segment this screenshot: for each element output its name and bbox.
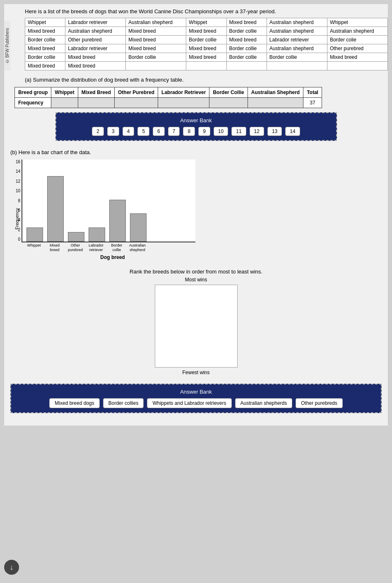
table-cell: Border colie — [327, 36, 387, 44]
table-cell: Australian shepherd — [267, 44, 327, 53]
y-ticks: 0246810121416 — [8, 160, 20, 242]
part-a-label: (a) Summarize the distribution of dog br… — [25, 77, 382, 83]
freq-header-cell: Whippet — [51, 87, 78, 98]
page: © BFW Publishers Here is a list of the b… — [4, 4, 388, 426]
answer-chip[interactable]: 7 — [168, 127, 180, 136]
intro-text: Here is a list of the breeds of dogs tha… — [25, 8, 382, 15]
x-axis-title: Dog breed — [22, 254, 204, 260]
table-cell: Mixed breed — [226, 36, 267, 44]
bar-labels-x: WhippetMixedbreedOtherpurebredLabradorre… — [22, 243, 150, 252]
table-cell: Border collie — [25, 53, 65, 62]
answer-bank-1-items: 234567891011121314 — [63, 127, 330, 136]
bar-x-label: Mixedbreed — [46, 243, 63, 252]
table-cell: Mixed breed — [226, 18, 267, 27]
bar — [130, 213, 147, 242]
answer-chip[interactable]: 10 — [214, 127, 228, 136]
answer-chip-2[interactable]: Mixed breed dogs — [49, 398, 99, 408]
table-cell: Mixed breed — [65, 62, 126, 70]
publisher-label: © BFW Publishers — [4, 21, 10, 70]
answer-chip-2[interactable]: Australian shepherds — [235, 398, 293, 408]
answer-bank-2: Answer Bank Mixed breed dogsBorder colli… — [10, 384, 382, 413]
y-tick-label: 8 — [8, 198, 20, 203]
answer-chip[interactable]: 9 — [198, 127, 210, 136]
table-cell: Mixed breed — [186, 44, 226, 53]
y-tick-label: 12 — [8, 179, 20, 184]
chart-area: Frequency 0246810121416 WhippetMixedbree… — [14, 160, 382, 260]
table-cell: Whippet — [186, 18, 226, 27]
answer-chip[interactable]: 13 — [267, 127, 282, 136]
table-cell: Mixed breed — [25, 27, 65, 36]
freq-input-other[interactable] — [115, 98, 158, 108]
bar — [47, 176, 64, 242]
table-cell: Border collie — [25, 36, 65, 44]
table-cell: Labrador retriever — [267, 36, 327, 44]
freq-table-wrap: Breed groupWhippetMixed BreedOther Pureb… — [14, 87, 382, 108]
table-cell: Border collie — [226, 44, 267, 53]
table-cell: Mixed breed — [126, 36, 186, 44]
y-tick-label: 0 — [8, 237, 20, 242]
table-cell: Other purebred — [65, 36, 126, 44]
freq-input-mixed[interactable] — [78, 98, 114, 108]
freq-total: 37 — [303, 98, 322, 108]
bar-x-label: Bordercollie — [108, 243, 125, 252]
table-cell: Mixed breed — [327, 53, 387, 62]
answer-chip-2[interactable]: Other purebreds — [296, 398, 342, 408]
freq-header-cell: Border Collie — [209, 87, 248, 98]
answer-chip[interactable]: 3 — [107, 127, 119, 136]
table-cell: Mixed breed — [65, 53, 126, 62]
table-cell: Border collie — [226, 27, 267, 36]
table-cell: Mixed breed — [25, 44, 65, 53]
bar-x-label: Australianshepherd — [129, 243, 146, 252]
table-cell: Border collie — [126, 53, 186, 62]
freq-header-cell: Total — [303, 87, 322, 98]
table-cell: Australian shepherd — [267, 18, 327, 27]
table-cell: Border collie — [267, 53, 327, 62]
answer-chip[interactable]: 6 — [153, 127, 165, 136]
part-b-label: (b) Here is a bar chart of the data. — [10, 149, 382, 155]
table-cell: Border collie — [186, 36, 226, 44]
table-cell: Mixed breed — [186, 53, 226, 62]
freq-input-whippet[interactable] — [51, 98, 78, 108]
freq-input-border[interactable] — [209, 98, 248, 108]
fewest-wins-label: Fewest wins — [72, 370, 320, 375]
rank-box[interactable] — [155, 285, 238, 368]
freq-input-aussie[interactable] — [248, 98, 303, 108]
chart-canvas: 0246810121416 — [22, 160, 195, 242]
bar-x-label: Otherpurebred — [67, 243, 84, 252]
answer-chip[interactable]: 8 — [183, 127, 195, 136]
y-tick-label: 4 — [8, 218, 20, 222]
freq-input-lab[interactable] — [158, 98, 209, 108]
freq-header-cell: Breed group — [15, 87, 51, 98]
table-cell — [186, 62, 226, 70]
y-tick-label: 14 — [8, 169, 20, 174]
scroll-down-button[interactable]: ↓ — [4, 560, 19, 575]
bar — [68, 232, 84, 242]
answer-chip[interactable]: 4 — [123, 127, 135, 136]
table-cell: Whippet — [25, 18, 65, 27]
y-tick-label: 2 — [8, 227, 20, 232]
table-cell — [267, 62, 327, 70]
answer-chip-2[interactable]: Border collies — [103, 398, 144, 408]
rank-instruction: Rank the breeds below in order from most… — [72, 269, 320, 275]
rank-section: Rank the breeds below in order from most… — [72, 269, 320, 375]
table-cell: Australian shepherd — [126, 18, 186, 27]
answer-chip[interactable]: 12 — [250, 127, 264, 136]
table-cell — [226, 62, 267, 70]
freq-header-cell: Mixed Breed — [78, 87, 114, 98]
answer-chip[interactable]: 14 — [285, 127, 300, 136]
answer-chip[interactable]: 5 — [137, 127, 149, 136]
answer-chip[interactable]: 2 — [92, 127, 104, 136]
answer-bank-2-title: Answer Bank — [17, 389, 375, 395]
chart-inner: 0246810121416 WhippetMixedbreedOtherpure… — [22, 160, 204, 260]
table-cell: Mixed breed — [25, 62, 65, 70]
table-cell: Mixed breed — [126, 27, 186, 36]
answer-chip-2[interactable]: Whippets and Labrador retrievers — [147, 398, 231, 408]
table-cell: Border collie — [226, 53, 267, 62]
answer-chip[interactable]: 11 — [231, 127, 246, 136]
table-cell — [126, 62, 186, 70]
bar-x-label: Labradorretriever — [88, 243, 104, 252]
answer-bank-1: Answer Bank 234567891011121314 — [55, 112, 337, 141]
table-cell: Australian shepherd — [327, 27, 387, 36]
table-cell: Whippet — [327, 18, 387, 27]
freq-table: Breed groupWhippetMixed BreedOther Pureb… — [14, 87, 322, 108]
